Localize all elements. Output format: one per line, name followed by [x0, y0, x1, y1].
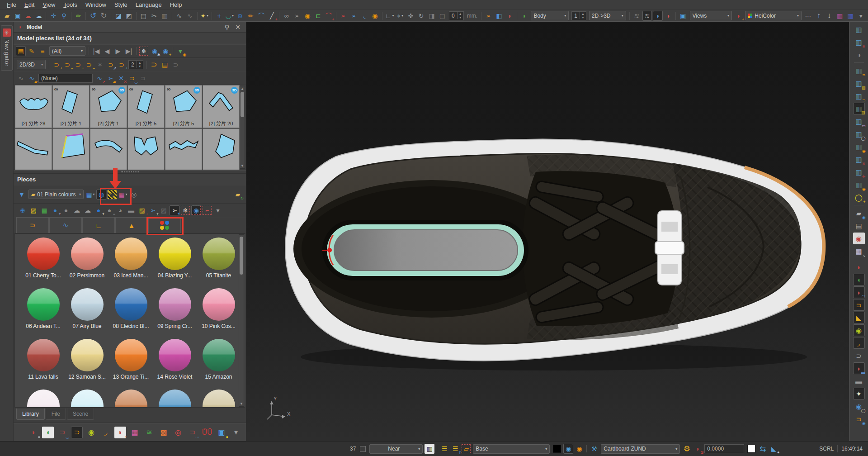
offset[interactable]: 0▲▼: [449, 11, 464, 20]
material-swatch[interactable]: 05 Titanite: [197, 238, 241, 288]
copy-icon[interactable]: ▤: [139, 11, 148, 21]
navigator-tab[interactable]: ☀ Navigator: [1, 25, 13, 71]
save-icon[interactable]: ▣: [13, 11, 22, 21]
pick-ball-icon[interactable]: ➢●: [170, 205, 179, 215]
select-shoe-icon[interactable]: ➢: [484, 11, 493, 21]
node-add-icon[interactable]: ∿: [16, 73, 26, 83]
ball-new-icon[interactable]: ●+: [50, 205, 60, 215]
boot-tool-icon[interactable]: ◧: [494, 11, 504, 21]
menu-style[interactable]: Style: [110, 1, 132, 8]
image-library-icon[interactable]: ▩: [158, 427, 170, 438]
win-freeze-icon[interactable]: ▥❄: [853, 36, 865, 48]
visibility-eye-icon[interactable]: ◉: [563, 444, 573, 454]
menu-view[interactable]: View: [38, 1, 59, 8]
trim-circle-icon[interactable]: ◉: [85, 427, 97, 438]
shoe-red-icon[interactable]: ◗: [853, 261, 865, 273]
material-hatch-view-icon[interactable]: ◉: [107, 190, 117, 200]
ball-plain-icon[interactable]: ●: [61, 205, 71, 215]
tab-pieces[interactable]: ⊃: [16, 217, 49, 233]
material-swatch[interactable]: [153, 390, 197, 408]
lock-icon[interactable]: ◉: [303, 11, 312, 21]
material-swatch[interactable]: 13 Orange Ti...: [109, 339, 153, 390]
swatch-grid-view-icon[interactable]: ▦▾: [118, 190, 128, 200]
material-swatch[interactable]: [197, 390, 241, 408]
nav-prev-icon[interactable]: ◀: [102, 46, 112, 56]
piece-thumbnail[interactable]: 3D[2] 分片 20: [203, 85, 240, 128]
menu-tools[interactable]: Tools: [59, 1, 81, 8]
swatch-scrollbar[interactable]: ▼: [239, 234, 244, 407]
piece-copy-icon[interactable]: ▤: [160, 60, 170, 70]
shoe-3d-view[interactable]: [283, 133, 827, 371]
material-swatch[interactable]: 09 Spring Cr...: [153, 288, 197, 339]
half-moon-icon[interactable]: ◑: [853, 49, 865, 61]
shoe-box-add-icon[interactable]: ◗+: [114, 427, 126, 438]
piece-edit-icon[interactable]: ✎: [27, 46, 37, 56]
piece-thumbnail[interactable]: ∞[2] 分片 1: [52, 85, 90, 128]
ball-upload-icon[interactable]: ☁: [72, 205, 82, 215]
ball-download-icon[interactable]: ☁: [83, 205, 93, 215]
export-model-icon[interactable]: ☁: [34, 11, 43, 21]
rotate-icon[interactable]: ↻: [416, 11, 426, 21]
background-color[interactable]: [553, 445, 561, 453]
piece-thumbnail[interactable]: ∞3D[2] 分片 5: [165, 85, 202, 128]
win-cross-icon[interactable]: ▥✕: [853, 153, 865, 165]
zoom-icon[interactable]: ⚲: [59, 11, 69, 21]
material-swatch[interactable]: 03 Iced Man...: [109, 238, 153, 288]
camera-red-icon[interactable]: ◎: [172, 427, 184, 438]
pick-hatch-icon[interactable]: ➢±: [148, 205, 158, 215]
folder-eye-icon[interactable]: ▰◉: [853, 207, 865, 219]
piece-bold-icon[interactable]: ⊃: [149, 60, 159, 70]
piece-thumbnail[interactable]: [165, 128, 202, 170]
boot-green-icon[interactable]: ◖: [853, 274, 865, 285]
shoe-blue-view-icon[interactable]: ◗: [653, 11, 662, 21]
win-pieces-icon[interactable]: ▥: [853, 24, 865, 35]
bottom-overflow-icon[interactable]: ▾: [230, 427, 242, 438]
export-locked-icon[interactable]: ▼◉: [175, 46, 185, 56]
layer-select[interactable]: Base▾: [473, 444, 550, 454]
menu-language[interactable]: Language: [132, 1, 166, 8]
material-swatch[interactable]: [65, 390, 109, 408]
tab-nodes[interactable]: ∿: [49, 217, 82, 233]
sole-blue-red-icon[interactable]: ◗▬: [853, 362, 865, 374]
hatch-material-icon[interactable]: ▨: [28, 205, 38, 215]
move-icon[interactable]: ✜: [406, 11, 415, 21]
tab-file[interactable]: File: [46, 408, 66, 420]
hatch-ghost-icon[interactable]: ▨: [159, 205, 169, 215]
nav-last-icon[interactable]: ▶|: [124, 46, 134, 56]
layer-count[interactable]: 1▲▼: [571, 11, 586, 20]
layer-frame-icon[interactable]: ▱: [461, 444, 471, 454]
model-panel-titlebar[interactable]: ◗ Model ⚲✕: [14, 22, 246, 33]
lock-2-icon[interactable]: ◉: [370, 11, 380, 21]
tab-soles[interactable]: ▲: [115, 217, 148, 233]
eye-add-icon[interactable]: ◉+: [160, 46, 170, 56]
sphere-icon[interactable]: ⊕: [236, 11, 245, 21]
body-select[interactable]: Body▾: [531, 11, 569, 20]
browser-notes-icon[interactable]: ▣●: [216, 427, 227, 438]
palette-add-icon[interactable]: ▦: [835, 11, 844, 21]
material-swatch[interactable]: 11 Lava falls: [21, 339, 65, 390]
nav-next-icon[interactable]: ▶: [113, 46, 123, 56]
node-pick-icon[interactable]: ➢: [292, 11, 302, 21]
boot-library-icon[interactable]: ◖: [42, 427, 54, 438]
sole-yellow-icon[interactable]: ◣: [853, 312, 865, 323]
material-swatch[interactable]: 14 Rose Violet: [153, 339, 197, 390]
filter-funnel-icon[interactable]: ▼: [17, 190, 27, 200]
layers-stack-icon[interactable]: ☰: [439, 444, 449, 454]
list-mode-icon[interactable]: ▦▾: [85, 190, 95, 200]
shoe-red-view-icon[interactable]: ◗: [664, 11, 673, 21]
win-move-icon[interactable]: ▥✛: [853, 166, 865, 178]
toolbar-overflow-icon[interactable]: ▾: [856, 11, 866, 21]
piece-fold-icon[interactable]: ⊃◡: [127, 73, 137, 83]
thumbnail-scrollbar[interactable]: ▲ ▼: [240, 86, 245, 169]
search-material-icon[interactable]: ◎: [129, 190, 139, 200]
lock-status-icon[interactable]: ◉: [574, 444, 584, 454]
import-model-icon[interactable]: ☁: [24, 11, 33, 21]
mode-select[interactable]: 2D->3D▾: [589, 11, 626, 20]
material-ball-view-icon[interactable]: ◍: [96, 190, 106, 200]
node-cross-icon[interactable]: ✕✕: [116, 73, 126, 83]
material-cut[interactable]: Cardboard ZUND▾: [601, 444, 680, 454]
paste-icon[interactable]: ▥: [160, 11, 169, 21]
eraser-icon[interactable]: ◪: [113, 11, 123, 21]
pan-icon[interactable]: ✛: [48, 11, 58, 21]
cut-icon[interactable]: ✂: [149, 11, 159, 21]
